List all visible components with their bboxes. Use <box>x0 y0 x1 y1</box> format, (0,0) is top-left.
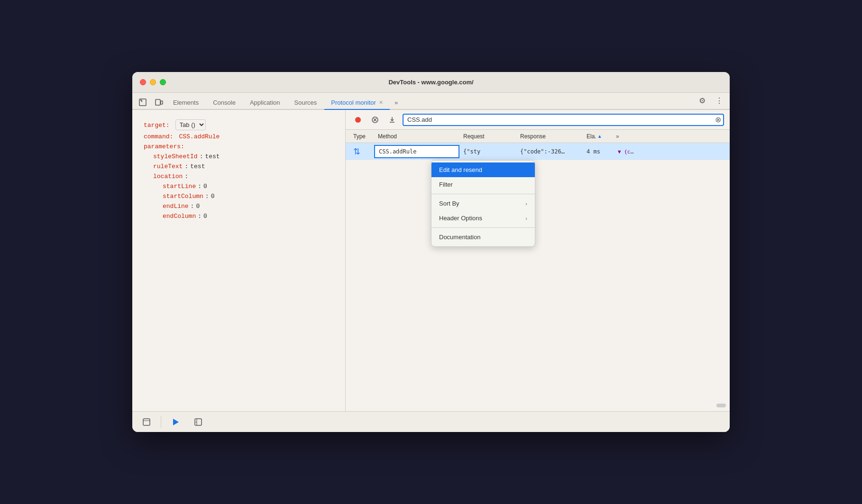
prop-location: location : <box>144 173 334 180</box>
svg-rect-0 <box>139 99 146 106</box>
scrollbar-thumb[interactable] <box>716 404 726 407</box>
prop-endcolumn: endColumn : 0 <box>144 213 334 220</box>
prop-val-startline: 0 <box>203 183 207 190</box>
target-select[interactable]: Tab () <box>175 119 206 130</box>
prop-val-endcolumn: 0 <box>203 213 207 220</box>
right-panel: ⊗ Type Method Request Response Ela. <box>346 110 730 411</box>
sort-by-arrow-icon: › <box>525 201 527 207</box>
col-header-request[interactable]: Request <box>459 133 516 140</box>
cell-elapsed: 4 ms <box>583 148 616 155</box>
cell-request: {"sty <box>459 148 516 155</box>
bottom-bar <box>132 411 730 432</box>
minimize-button[interactable] <box>150 79 156 85</box>
svg-marker-6 <box>173 419 179 425</box>
sort-arrow-icon: ▲ <box>597 134 602 139</box>
table-row[interactable]: ⇅ CSS.addRule {"sty {"code":-326… 4 ms <box>346 143 730 160</box>
clear-button[interactable] <box>368 113 382 126</box>
col-header-method[interactable]: Method <box>374 133 459 140</box>
cell-method: CSS.addRule <box>374 145 459 158</box>
sidebar-icon[interactable] <box>140 415 153 429</box>
tab-elements[interactable]: Elements <box>166 96 205 109</box>
parameters-line: parameters: <box>144 143 334 150</box>
prop-stylesheetid: styleSheetId : test <box>144 153 334 160</box>
search-container: ⊗ <box>403 114 724 126</box>
prop-val-stylesheetid: test <box>205 153 220 160</box>
tab-sources[interactable]: Sources <box>288 96 324 109</box>
command-value: CSS.addRule <box>179 133 220 140</box>
prop-key-ruletext: ruleText <box>153 163 183 170</box>
main-content: target: Tab () command: CSS.addRule para… <box>132 110 730 411</box>
device-toolbar-icon[interactable] <box>152 96 165 109</box>
prop-val-startcolumn: 0 <box>211 193 215 200</box>
svg-point-3 <box>355 117 361 123</box>
col-header-elapsed[interactable]: Ela. ▲ <box>583 133 616 140</box>
prop-startline: startLine : 0 <box>144 183 334 190</box>
col-header-type: Type <box>346 133 374 140</box>
col-header-response[interactable]: Response <box>516 133 583 140</box>
prop-key-startcolumn: startColumn <box>163 193 203 200</box>
tab-protocol-monitor[interactable]: Protocol monitor ✕ <box>324 96 390 110</box>
cell-expand: ▼ {code <box>616 148 635 155</box>
table-header: Type Method Request Response Ela. ▲ » <box>346 130 730 143</box>
tab-settings-area: ⚙ ⋮ <box>696 94 726 109</box>
prop-val-endline: 0 <box>196 203 200 210</box>
menu-item-documentation[interactable]: Documentation <box>431 230 535 244</box>
svg-rect-2 <box>161 101 163 104</box>
menu-item-sort-by[interactable]: Sort By › <box>431 196 535 211</box>
prop-ruletext: ruleText : test <box>144 163 334 170</box>
prop-endline: endLine : 0 <box>144 203 334 210</box>
context-menu: Edit and resend Filter Sort By › Header … <box>431 160 535 247</box>
close-button[interactable] <box>140 79 146 85</box>
svg-rect-1 <box>156 99 160 105</box>
col-header-more[interactable]: » <box>616 133 635 140</box>
tab-close-icon[interactable]: ✕ <box>379 100 383 105</box>
tab-bar: Elements Console Application Sources Pro… <box>132 93 730 110</box>
menu-item-edit-resend[interactable]: Edit and resend <box>431 162 535 177</box>
settings-icon[interactable]: ⚙ <box>696 94 709 107</box>
search-input[interactable] <box>403 114 724 126</box>
target-line: target: Tab () <box>144 119 334 130</box>
target-key: target: <box>144 122 170 129</box>
tab-console[interactable]: Console <box>206 96 242 109</box>
traffic-lights <box>140 79 166 85</box>
command-line: command: CSS.addRule <box>144 133 334 140</box>
prop-startcolumn: startColumn : 0 <box>144 193 334 200</box>
devtools-window: DevTools - www.google.com/ Elements Cons… <box>132 72 730 432</box>
horizontal-scrollbar[interactable] <box>346 404 730 407</box>
prop-key-startline: startLine <box>163 183 196 190</box>
menu-divider-2 <box>431 227 535 228</box>
protocol-toolbar: ⊗ <box>346 110 730 130</box>
kebab-menu-icon[interactable]: ⋮ <box>713 94 726 107</box>
prop-key-endcolumn: endColumn <box>163 213 196 220</box>
prop-key-stylesheetid: styleSheetId <box>153 153 198 160</box>
prop-key-location: location <box>153 173 183 180</box>
search-clear-icon[interactable]: ⊗ <box>715 116 721 124</box>
menu-item-filter[interactable]: Filter <box>431 177 535 192</box>
command-key: command: <box>144 133 173 140</box>
type-icon: ⇅ <box>346 146 374 157</box>
prop-val-ruletext: test <box>190 163 205 170</box>
header-options-arrow-icon: › <box>525 216 527 221</box>
table-body: ⇅ CSS.addRule {"sty {"code":-326… 4 ms <box>346 143 730 411</box>
left-panel: target: Tab () command: CSS.addRule para… <box>132 110 346 411</box>
download-button[interactable] <box>385 113 399 126</box>
cell-response: {"code":-326… <box>516 148 583 155</box>
inspect-icon[interactable] <box>136 96 149 109</box>
window-title: DevTools - www.google.com/ <box>388 79 473 86</box>
maximize-button[interactable] <box>160 79 166 85</box>
titlebar: DevTools - www.google.com/ <box>132 72 730 93</box>
tab-more-button[interactable]: » <box>391 96 402 109</box>
record-button[interactable] <box>351 113 365 126</box>
bottom-divider <box>161 416 161 428</box>
menu-divider <box>431 194 535 194</box>
collapse-icon[interactable] <box>192 415 205 429</box>
prop-key-endline: endLine <box>163 203 189 210</box>
svg-rect-5 <box>143 419 150 425</box>
send-button[interactable] <box>169 415 182 429</box>
tab-application[interactable]: Application <box>243 96 287 109</box>
menu-item-header-options[interactable]: Header Options › <box>431 211 535 225</box>
parameters-key: parameters: <box>144 143 184 150</box>
